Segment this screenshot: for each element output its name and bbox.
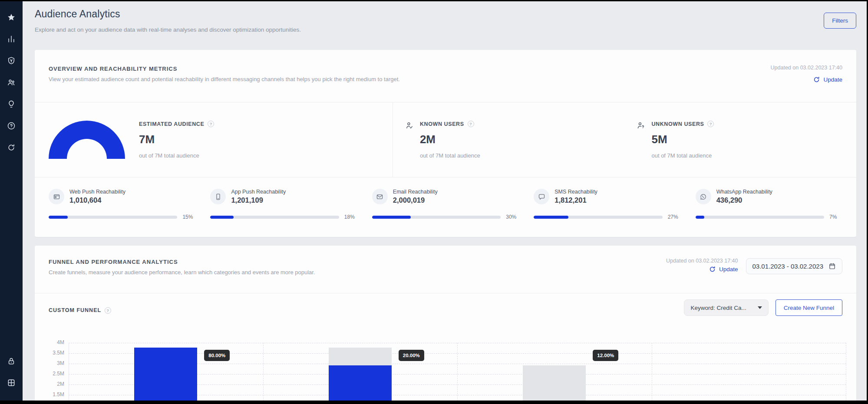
- overview-updated-block: Updated on 03.02.2023 17:40 Update: [771, 65, 842, 85]
- date-range-value: 03.01.2023 - 03.02.2023: [752, 263, 823, 270]
- progress-row: 15%: [49, 214, 195, 220]
- y-axis-line: [69, 343, 69, 401]
- help-icon[interactable]: [208, 121, 214, 127]
- channel-web-push: Web Push Reachability 1,010,604 15%: [49, 189, 195, 237]
- gridline-vertical: [846, 343, 846, 401]
- gridline-vertical: [652, 343, 652, 401]
- known-users-sub: out of 7M total audience: [420, 152, 480, 159]
- app-push-icon: [215, 193, 222, 200]
- funnel-chart: 4M3.5M3M2.5M2M1.5M80.00%20.00%12.00%: [42, 330, 846, 401]
- funnel-updated-text: Updated on 03.02.2023 17:40: [666, 258, 738, 264]
- page-subtitle: Explore and act on your audience data wi…: [35, 26, 301, 33]
- stats-row: ESTIMATED AUDIENCE 7M out of 7M total au…: [35, 102, 856, 177]
- funnel-controls: CUSTOM FUNNEL Keyword: Credit Ca... Crea…: [49, 299, 842, 316]
- progress-percent: 18%: [344, 214, 357, 220]
- keyword-filter-value: Keyword: Credit Ca...: [690, 305, 746, 311]
- unknown-users-label: UNKNOWN USERS: [651, 121, 704, 127]
- progress-fill: [49, 216, 68, 219]
- create-new-funnel-button[interactable]: Create New Funnel: [776, 299, 842, 316]
- estimated-audience-cell: ESTIMATED AUDIENCE 7M out of 7M total au…: [35, 102, 393, 177]
- progress-row: 27%: [534, 214, 680, 220]
- refresh-icon: [7, 143, 16, 152]
- funnel-bar-completed[interactable]: [329, 365, 392, 401]
- funnel-bar-completed[interactable]: [134, 348, 197, 401]
- page-title: Audience Analytics: [35, 8, 120, 20]
- estimated-audience-sub: out of 7M total audience: [139, 152, 214, 159]
- estimated-audience-value: 7M: [139, 133, 214, 146]
- sms-icon-wrap: [534, 189, 549, 204]
- date-range-picker[interactable]: 03.01.2023 - 03.02.2023: [746, 258, 842, 274]
- lightbulb-icon: [7, 100, 16, 108]
- overview-card-header: OVERVIEW AND REACHABILITY METRICS View y…: [35, 50, 856, 82]
- screen: Audience Analytics Explore and act on yo…: [0, 0, 868, 404]
- progress-row: 7%: [696, 214, 842, 220]
- y-axis-tick-label: 4M: [42, 339, 64, 345]
- sidebar-item-lock[interactable]: [0, 350, 23, 372]
- refresh-icon: [709, 266, 716, 273]
- funnel-right-controls: Keyword: Credit Ca... Create New Funnel: [684, 299, 842, 316]
- app-window: Audience Analytics Explore and act on yo…: [0, 1, 867, 401]
- known-users-value: 2M: [420, 133, 480, 146]
- channel-value: 436,290: [716, 196, 772, 204]
- whatsapp-icon: [700, 193, 707, 200]
- progress-fill: [696, 216, 705, 219]
- filters-button[interactable]: Filters: [824, 13, 856, 29]
- whatsapp-icon-wrap: [696, 189, 711, 204]
- percent-badge: 12.00%: [593, 350, 618, 361]
- refresh-icon: [813, 76, 820, 83]
- help-icon[interactable]: [707, 121, 714, 127]
- sidebar: [0, 1, 23, 401]
- overview-section-subtitle: View your estimated audience count and p…: [49, 76, 842, 82]
- sidebar-item-star[interactable]: [0, 7, 23, 28]
- progress-fill: [534, 216, 568, 219]
- channel-label: Email Reachability: [393, 189, 438, 195]
- shield-icon: [7, 56, 16, 65]
- progress-track: [49, 216, 177, 219]
- overview-update-button[interactable]: Update: [813, 76, 842, 83]
- sidebar-item-apps[interactable]: [0, 372, 23, 394]
- funnel-update-button[interactable]: Update: [709, 266, 738, 273]
- funnel-card: FUNNEL AND PERFORMANCE ANALYTICS Create …: [35, 246, 856, 401]
- sidebar-item-analytics[interactable]: [0, 28, 23, 50]
- unknown-users-text: UNKNOWN USERS 5M out of 7M total audienc…: [651, 121, 714, 177]
- sidebar-item-sync[interactable]: [0, 137, 23, 158]
- channel-sms: SMS Reachability 1,812,201 27%: [534, 189, 680, 237]
- help-icon[interactable]: [468, 121, 474, 127]
- progress-percent: 15%: [182, 214, 195, 220]
- sidebar-item-audience[interactable]: [0, 72, 23, 93]
- funnel-bar-total[interactable]: [523, 365, 586, 401]
- progress-track: [534, 216, 662, 219]
- sidebar-bottom: [0, 350, 23, 394]
- percent-badge: 20.00%: [399, 350, 424, 361]
- channel-value: 2,000,019: [393, 196, 438, 204]
- help-icon[interactable]: [105, 307, 111, 314]
- funnel-updated-block: Updated on 03.02.2023 17:40 Update: [666, 258, 738, 275]
- keyword-filter-dropdown[interactable]: Keyword: Credit Ca...: [684, 299, 768, 316]
- known-users-cell: KNOWN USERS 2M out of 7M total audience: [393, 102, 625, 177]
- known-users-label: KNOWN USERS: [420, 121, 464, 127]
- funnel-update-label: Update: [719, 266, 738, 273]
- sidebar-item-help-target[interactable]: [0, 115, 23, 137]
- sidebar-item-shield[interactable]: [0, 50, 23, 72]
- y-axis-tick-label: 3.5M: [42, 350, 64, 356]
- audience-gauge: [49, 121, 125, 159]
- lock-icon: [7, 357, 16, 365]
- percent-badge: 80.00%: [204, 350, 230, 361]
- divider: [35, 293, 856, 293]
- progress-fill: [210, 216, 233, 219]
- sidebar-item-insights[interactable]: [0, 93, 23, 115]
- progress-row: 30%: [372, 214, 519, 220]
- channel-label: SMS Reachability: [554, 189, 597, 195]
- unknown-users-sub: out of 7M total audience: [651, 152, 714, 159]
- star-icon: [7, 13, 16, 22]
- user-check-icon: [405, 121, 414, 130]
- progress-percent: 30%: [506, 214, 519, 220]
- channel-label: Web Push Reachability: [69, 189, 125, 195]
- email-icon-wrap: [372, 189, 388, 204]
- funnel-title-text: FUNNEL AND PERFORMANCE ANALYTICS: [49, 259, 178, 265]
- main-content: Audience Analytics Explore and act on yo…: [23, 1, 867, 401]
- custom-funnel-label: CUSTOM FUNNEL: [49, 307, 101, 313]
- channel-app-push: App Push Reachability 1,201,109 18%: [210, 189, 357, 237]
- web-push-icon: [53, 193, 60, 200]
- y-axis-tick-label: 3M: [42, 360, 64, 366]
